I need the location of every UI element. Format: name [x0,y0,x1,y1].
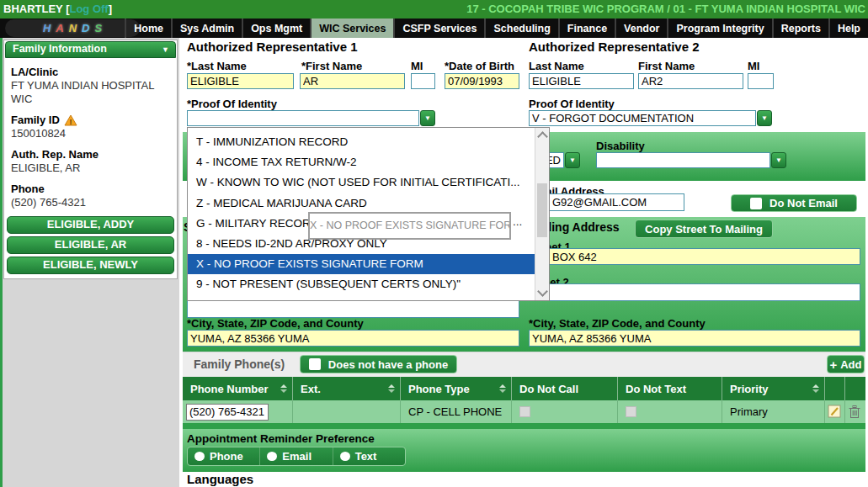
phones-table-header: Phone Number Ext. Phone Type Do Not Call… [183,377,865,400]
tab-help[interactable]: Help [828,19,868,38]
tab-finance[interactable]: Finance [558,19,615,38]
scroll-up-icon[interactable] [537,131,548,142]
logo-letter: A [56,22,63,34]
add-phone-button[interactable]: + Add [827,355,865,373]
rep1-last-name-input[interactable] [187,73,294,89]
mailing-street2-input[interactable] [529,283,860,301]
family-id-value: 150010824 [11,127,170,140]
column-header-phone-number[interactable]: Phone Number [183,377,293,400]
column-header-do-not-call: Do Not Call [512,377,618,400]
log-off-link[interactable]: Log Off [69,3,108,15]
tab-scheduling[interactable]: Scheduling [484,19,557,38]
rep2-proof-of-identity-label: Proof Of Identity [529,98,615,110]
column-header-phone-type[interactable]: Phone Type [401,377,512,400]
member-button-eligible-addy[interactable]: ELIGIBLE, ADDY [7,216,174,234]
rep2-mi-input[interactable] [748,73,774,89]
copy-street-to-mailing-button[interactable]: Copy Street To Mailing [635,220,773,238]
chevron-down-icon[interactable]: ▼ [565,152,580,168]
reminder-option-text[interactable]: Text [333,447,405,465]
ext-header-label: Ext. [301,383,321,395]
dropdown-item-known-to-wic[interactable]: W - KNOWN TO WIC (NOT USED FOR INITIAL C… [188,172,549,193]
chevron-down-icon[interactable]: ▼ [757,110,772,126]
rep1-mi-input[interactable] [411,73,435,89]
rep1-proof-of-identity-value[interactable] [187,110,419,126]
tab-home[interactable]: Home [125,19,171,38]
dropdown-item-immunization-record[interactable]: T - IMMUNIZATION RECORD [188,132,549,152]
phone-number-value[interactable]: (520) 765-4321 [186,404,269,421]
does-not-have-phone-button[interactable]: Does not have a phone [300,355,457,373]
scroll-down-icon[interactable] [537,286,548,297]
does-not-have-phone-checkbox[interactable] [309,358,321,370]
wic-application-window: BHARTLEY [Log Off] 17 - COCOPAH TRIBE WI… [0,0,868,487]
rep1-proof-of-identity-combo[interactable]: ▼ [187,110,435,126]
dropdown-scrollbar[interactable] [535,128,549,300]
member-button-eligible-ar[interactable]: ELIGIBLE, AR [7,236,174,254]
svg-text:!: ! [69,117,72,125]
mailing-street1-input[interactable] [529,248,860,265]
family-id-label: Family ID ! [11,114,170,126]
priority-cell: Primary [722,400,825,423]
rep2-last-name-input[interactable] [529,73,634,89]
city-state-zip-county-input-right[interactable] [529,330,860,347]
logo-letter: S [94,22,102,34]
rep2-proof-of-identity-value[interactable]: V - FORGOT DOCUMENTATION [529,110,756,126]
sort-icon[interactable] [812,384,819,393]
tab-wic-services[interactable]: WIC Services [310,19,393,38]
radio-icon[interactable] [194,452,205,461]
reminder-option-phone[interactable]: Phone [188,447,259,465]
tab-ops-mgmt[interactable]: Ops Mgmt [242,19,310,38]
does-not-have-phone-label: Does not have a phone [328,358,448,371]
radio-icon[interactable] [340,452,350,461]
priority-header-label: Priority [730,383,769,395]
rep2-mi-label: MI [748,60,759,72]
column-header-priority[interactable]: Priority [722,377,825,400]
reminder-option-email[interactable]: Email [259,447,332,465]
do-not-email-checkbox[interactable] [750,198,762,209]
phone-number-header-label: Phone Number [190,383,268,395]
rep1-first-name-input[interactable] [300,73,405,89]
do-not-email-button[interactable]: Do Not Email [731,194,857,212]
dropdown-item-medical-marijuana-card[interactable]: Z - MEDICAL MARIJUANA CARD [188,193,549,214]
radio-icon[interactable] [267,452,277,461]
family-id-label-text: Family ID [11,114,60,126]
tab-csfp-services[interactable]: CSFP Services [393,19,484,38]
reminder-text-label: Text [355,450,377,463]
family-information-header[interactable]: Family Information ▼ [5,41,176,58]
main-nav-bar: H A N D S Home Sys Admin Ops Mgmt WIC Se… [0,19,868,38]
sort-icon[interactable] [388,384,395,393]
sort-icon[interactable] [280,384,287,393]
chevron-down-icon[interactable]: ▼ [420,110,435,126]
user-name: BHARTLEY [ [3,3,69,15]
rep2-first-name-input[interactable] [638,73,743,89]
member-button-eligible-newly[interactable]: ELIGIBLE, NEWLY [7,257,174,274]
phone-label: Phone [11,183,170,195]
rep2-proof-of-identity-combo[interactable]: V - FORGOT DOCUMENTATION ▼ [529,110,772,126]
hands-logo: H A N D S [5,19,140,37]
tab-program-integrity[interactable]: Program Integrity [667,19,771,38]
trash-icon[interactable] [849,405,860,419]
tab-vendor[interactable]: Vendor [615,19,667,38]
tab-sys-admin[interactable]: Sys Admin [171,19,242,38]
do-not-call-checkbox[interactable] [519,406,530,417]
phone-table-row: (520) 765-4321 CP - CELL PHONE Primary [183,400,865,423]
chevron-down-icon[interactable]: ▼ [771,152,786,168]
disability-value[interactable] [596,152,770,168]
dropdown-item-income-tax-return[interactable]: 4 - INCOME TAX RETURN/W-2 [188,152,549,172]
scrollbar-thumb[interactable] [537,183,547,237]
disability-combo[interactable]: ▼ [596,152,786,168]
tab-reports[interactable]: Reports [772,19,828,38]
column-header-ext[interactable]: Ext. [293,377,401,400]
rep1-proof-of-identity-label: *Proof Of Identity [187,98,277,110]
street2-input[interactable] [187,300,519,318]
do-not-email-label: Do Not Email [769,197,838,209]
dropdown-item-no-proof-exists[interactable]: X - NO PROOF EXISTS SIGNATURE FORM [188,254,535,274]
rep1-dob-input[interactable] [445,73,519,89]
email-address-input[interactable] [529,193,684,211]
authorized-rep-1-heading: Authorized Representative 1 [187,40,358,54]
edit-icon[interactable] [828,405,842,419]
sort-icon[interactable] [499,384,506,393]
do-not-text-checkbox[interactable] [626,406,636,417]
priority-value: Primary [730,405,768,418]
city-state-zip-county-input-left[interactable] [187,330,519,347]
dropdown-item-not-present[interactable]: 9 - NOT PRESENT (SUBSEQUENT CERTS ONLY)" [188,274,549,294]
